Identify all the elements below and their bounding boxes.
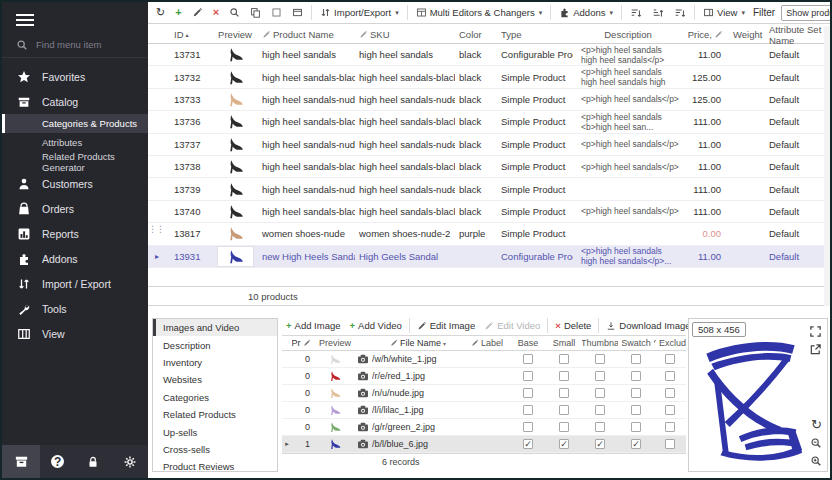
delete-product-button[interactable]: × — [209, 4, 223, 22]
row-expander[interactable] — [148, 156, 162, 177]
edit-product-button[interactable] — [188, 4, 207, 22]
row-expander[interactable] — [148, 44, 162, 65]
thumbnail-checkbox[interactable] — [595, 405, 605, 415]
small-checkbox[interactable] — [559, 388, 569, 398]
base-checkbox[interactable] — [523, 354, 533, 364]
product-sku-cell[interactable]: women shoes-nude-2 — [355, 223, 455, 244]
search-button[interactable] — [225, 4, 244, 22]
exclude-checkbox[interactable] — [665, 354, 675, 364]
exclude-checkbox[interactable] — [665, 405, 675, 415]
row-expander[interactable] — [148, 89, 162, 110]
product-row[interactable]: 13737 high heel sandals-nude-36 high hee… — [148, 134, 824, 156]
product-preview-cell[interactable] — [208, 44, 258, 65]
product-sku-cell[interactable]: High Geels Sandal — [355, 246, 455, 267]
menu-search-input[interactable] — [36, 39, 136, 50]
edit-image-button[interactable]: Edit Image — [413, 320, 479, 331]
detail-tab[interactable]: Up-sells — [153, 423, 277, 440]
column-header-thumbnail[interactable]: Thumbna — [582, 338, 618, 348]
hamburger-menu-icon[interactable] — [2, 2, 42, 26]
product-preview-cell[interactable] — [208, 156, 258, 177]
product-preview-cell[interactable] — [208, 66, 258, 87]
column-header-small[interactable]: Small — [546, 338, 582, 348]
exclude-checkbox[interactable] — [665, 439, 675, 449]
add-video-button[interactable]: + Add Video — [346, 320, 406, 331]
thumbnail-checkbox[interactable] — [595, 371, 605, 381]
image-row[interactable]: 0 /n/u/nude.jpg — [282, 385, 686, 402]
column-header-img-preview[interactable]: Preview — [316, 338, 354, 348]
column-header-swatch[interactable]: Swatch — [618, 338, 654, 348]
product-price-cell[interactable]: 125.00 — [679, 66, 729, 87]
column-header-color[interactable]: Color — [455, 29, 497, 40]
thumbnail-checkbox[interactable]: ✓ — [595, 439, 605, 449]
product-name-cell[interactable]: new High Heels Sandals — [258, 246, 355, 267]
swatch-checkbox[interactable] — [631, 422, 641, 432]
image-row[interactable]: 0 /g/r/green_2.jpg — [282, 419, 686, 436]
select-checkbox-button[interactable] — [267, 4, 286, 22]
thumbnail-checkbox[interactable] — [595, 388, 605, 398]
product-preview-cell[interactable] — [208, 223, 258, 244]
add-image-button[interactable]: + Add Image — [282, 320, 345, 331]
product-name-cell[interactable]: high heel sandals-black-36 — [258, 111, 355, 132]
row-expander[interactable] — [148, 66, 162, 87]
product-row[interactable]: 13731 high heel sandals high heel sandal… — [148, 44, 824, 66]
product-sku-cell[interactable]: high heel sandals-nude-36 — [355, 134, 455, 155]
sidebar-item-view[interactable]: View — [2, 321, 148, 346]
base-checkbox[interactable] — [523, 405, 533, 415]
row-expander[interactable] — [148, 111, 162, 132]
exclude-checkbox[interactable] — [665, 422, 675, 432]
image-filename-cell[interactable]: /g/r/green_2.jpg — [372, 422, 464, 432]
image-filename-cell[interactable]: /b/l/blue_6.jpg — [372, 439, 464, 449]
column-header-weight[interactable]: Weight — [729, 29, 765, 40]
sort-descending-button[interactable] — [670, 4, 690, 22]
image-position-cell[interactable]: 0 — [292, 354, 316, 364]
product-preview-cell[interactable] — [208, 89, 258, 110]
image-row[interactable]: 0 /l/i/lilac_1.jpg — [282, 402, 686, 419]
detail-tab[interactable]: Inventory — [153, 354, 277, 371]
swatch-checkbox[interactable] — [631, 388, 641, 398]
column-header-attribute-set[interactable]: Attribute Set Name — [765, 24, 824, 46]
import-export-menu[interactable]: Import/Export ▾ — [316, 4, 403, 22]
view-menu[interactable]: View ▾ — [699, 4, 749, 22]
swatch-checkbox[interactable] — [631, 371, 641, 381]
product-price-cell[interactable]: 11.00 — [679, 134, 729, 155]
row-expander[interactable] — [148, 178, 162, 199]
product-row[interactable]: 13740 high heel sandals-black-38 high he… — [148, 201, 824, 223]
sidebar-item-addons[interactable]: Addons — [2, 246, 148, 271]
sidebar-item-related-products-generator[interactable]: Related Products Generator — [2, 152, 148, 171]
product-row[interactable]: 13817 women shoes-nude women shoes-nude-… — [148, 223, 824, 245]
product-name-cell[interactable]: high heel sandals-black-37 — [258, 156, 355, 177]
column-header-exclude[interactable]: Exclude — [654, 338, 686, 348]
product-preview-cell[interactable] — [208, 111, 258, 132]
thumbnail-checkbox[interactable] — [595, 354, 605, 364]
multi-editors-menu[interactable]: Multi Editors & Changers ▾ — [412, 4, 547, 22]
vertical-scrollbar[interactable] — [824, 26, 830, 306]
column-header-description[interactable]: Description — [573, 29, 679, 40]
product-price-cell[interactable]: 111.00 — [679, 178, 729, 199]
product-row[interactable]: 13738 high heel sandals-black-37 high he… — [148, 156, 824, 178]
image-row[interactable]: 0 /r/e/red_1.jpg — [282, 368, 686, 385]
detail-tab[interactable]: Categories — [153, 389, 277, 406]
download-image-button[interactable]: Download Image — [602, 320, 694, 331]
sidebar-item-categories-products[interactable]: Categories & Products — [2, 114, 148, 133]
product-preview-cell[interactable] — [208, 201, 258, 222]
sidebar-item-import-export[interactable]: Import / Export — [2, 271, 148, 296]
column-header-position[interactable]: Pr — [292, 338, 316, 348]
image-position-cell[interactable]: 0 — [292, 371, 316, 381]
small-checkbox[interactable] — [559, 371, 569, 381]
column-header-product-name[interactable]: Product Name — [258, 29, 355, 40]
store-icon[interactable] — [2, 445, 40, 478]
detail-tab[interactable]: Product Reviews — [153, 458, 277, 472]
add-product-button[interactable]: + — [171, 4, 185, 22]
sidebar-search[interactable] — [2, 32, 148, 58]
sidebar-item-attributes[interactable]: Attributes — [2, 133, 148, 152]
product-name-cell[interactable]: high heel sandals-nude-36 — [258, 134, 355, 155]
sidebar-item-tools[interactable]: Tools — [2, 296, 148, 321]
product-preview-cell[interactable] — [208, 178, 258, 199]
image-position-cell[interactable]: 0 — [292, 422, 316, 432]
detail-tab[interactable]: Description — [153, 336, 277, 353]
small-checkbox[interactable] — [559, 354, 569, 364]
column-header-file-name[interactable]: File Name ▾ — [372, 338, 464, 348]
sidebar-item-catalog[interactable]: Catalog — [2, 89, 148, 114]
sidebar-item-favorites[interactable]: Favorites — [2, 64, 148, 89]
small-checkbox[interactable] — [559, 405, 569, 415]
